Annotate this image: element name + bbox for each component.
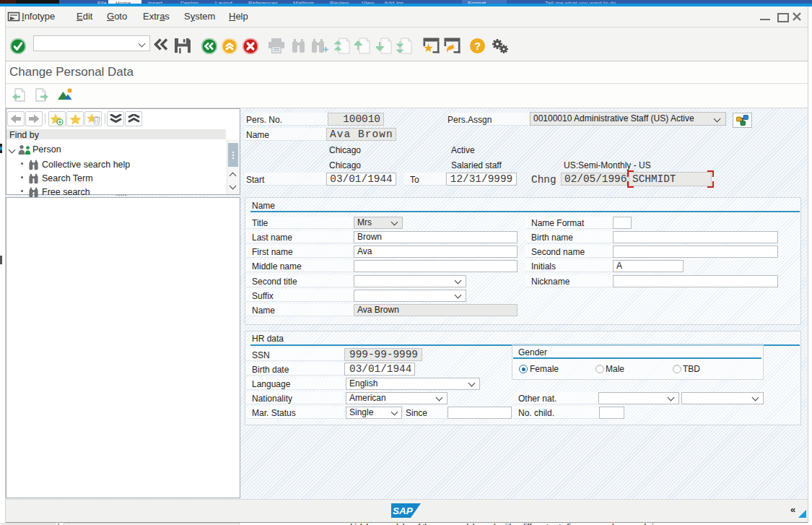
svg-text:SAP: SAP xyxy=(393,506,414,516)
